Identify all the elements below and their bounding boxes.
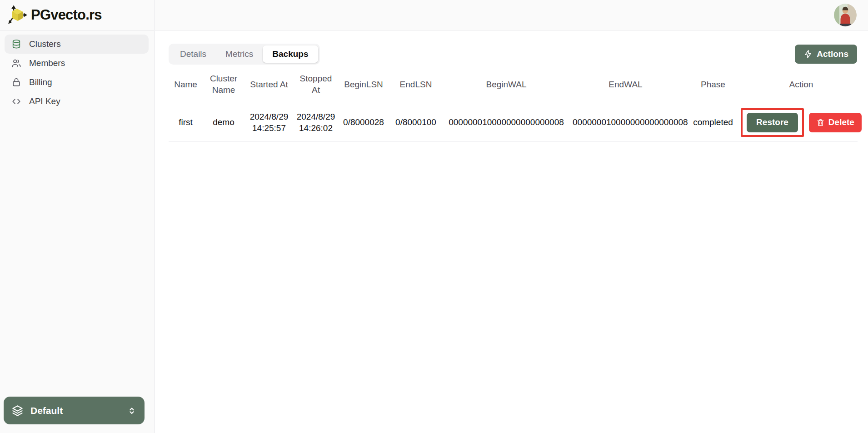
tab-backups[interactable]: Backups [263, 45, 318, 63]
tab-details[interactable]: Details [170, 45, 216, 63]
sidebar-item-label: Billing [29, 77, 52, 87]
sidebar-item-api-key[interactable]: API Key [5, 92, 149, 111]
cell-action: Restore [745, 103, 858, 142]
cell-cluster-name: demo [203, 103, 244, 142]
col-stopped-at: Stopped At [294, 68, 338, 103]
cell-end-lsn: 0/8000100 [389, 103, 443, 142]
sidebar-item-billing[interactable]: Billing [5, 73, 149, 92]
backups-table: Name Cluster Name Started At Stopped At … [169, 68, 857, 142]
sidebar-item-members[interactable]: Members [5, 54, 149, 73]
cell-begin-wal: 000000010000000000000008 [443, 103, 570, 142]
brand-logo-icon [7, 4, 28, 26]
table-row: first demo 2024/8/29 14:25:57 2024/8/29 … [169, 103, 858, 142]
cell-begin-lsn: 0/8000028 [338, 103, 389, 142]
sidebar-item-clusters[interactable]: Clusters [5, 35, 149, 54]
sidebar-item-label: Clusters [29, 39, 61, 49]
top-header [155, 0, 868, 30]
toolbar: Details Metrics Backups Actions [169, 44, 857, 65]
cell-phase: completed [681, 103, 745, 142]
chevrons-up-down-icon [127, 406, 137, 416]
sidebar-header: PGvecto.rs [0, 0, 154, 30]
col-name: Name [169, 68, 203, 103]
tab-metrics[interactable]: Metrics [216, 45, 263, 63]
col-begin-lsn: BeginLSN [338, 68, 389, 103]
sidebar-item-label: API Key [29, 96, 60, 106]
started-at-date: 2024/8/29 [247, 111, 291, 123]
stopped-at-date: 2024/8/29 [296, 111, 335, 123]
cell-end-wal: 000000010000000000000008 [570, 103, 681, 142]
layers-icon [11, 404, 24, 417]
cell-stopped-at: 2024/8/29 14:26:02 [294, 103, 338, 142]
database-icon [11, 39, 21, 49]
app-window: PGvecto.rs Clusters [0, 0, 868, 433]
col-started-at: Started At [244, 68, 294, 103]
lightning-icon [803, 50, 813, 59]
sidebar-item-label: Members [29, 58, 65, 68]
stopped-at-time: 14:26:02 [296, 122, 335, 134]
cell-started-at: 2024/8/29 14:25:57 [244, 103, 294, 142]
lock-icon [11, 77, 21, 87]
col-end-lsn: EndLSN [389, 68, 443, 103]
actions-button-label: Actions [817, 49, 848, 59]
col-cluster-name: Cluster Name [203, 68, 244, 103]
sidebar: PGvecto.rs Clusters [0, 0, 155, 433]
cell-name: first [169, 103, 203, 142]
col-begin-wal: BeginWAL [443, 68, 570, 103]
delete-button[interactable]: Delete [809, 113, 862, 132]
restore-highlight-annotation: Restore [741, 108, 804, 137]
actions-button[interactable]: Actions [795, 45, 857, 64]
sidebar-nav: Clusters Members [0, 30, 154, 111]
delete-button-label: Delete [828, 117, 854, 127]
started-at-time: 14:25:57 [247, 122, 291, 134]
user-avatar[interactable] [834, 4, 857, 26]
col-end-wal: EndWAL [570, 68, 681, 103]
trash-icon [816, 118, 825, 127]
main-content: Details Metrics Backups Actions [155, 31, 868, 433]
restore-button[interactable]: Restore [747, 113, 798, 132]
col-phase: Phase [681, 68, 745, 103]
tab-bar: Details Metrics Backups [169, 44, 320, 65]
brand-logo: PGvecto.rs [7, 4, 102, 26]
code-icon [11, 96, 21, 106]
table-header-row: Name Cluster Name Started At Stopped At … [169, 68, 858, 103]
col-action: Action [745, 68, 858, 103]
workspace-name: Default [30, 405, 127, 416]
workspace-switcher[interactable]: Default [4, 397, 145, 424]
brand-name: PGvecto.rs [31, 7, 102, 23]
members-icon [11, 58, 21, 68]
